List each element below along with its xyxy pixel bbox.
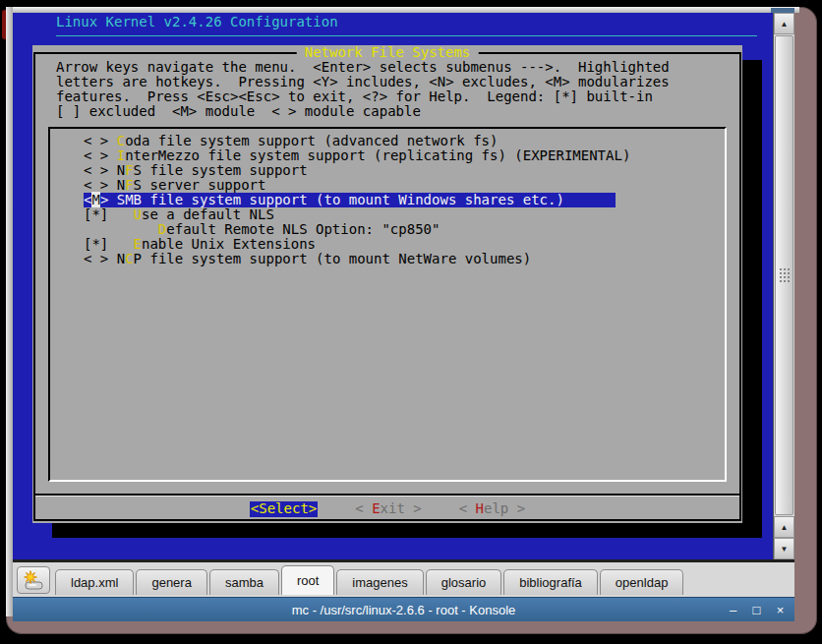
menu-item[interactable]: < > NCP file system support (to mount Ne… <box>84 252 725 266</box>
text-segment: [*] <box>84 236 134 252</box>
text-segment: S file system support <box>134 162 308 178</box>
menu-item[interactable]: < > NFS server support <box>84 178 725 193</box>
text-segment: P file system support (to mount NetWare … <box>134 251 532 266</box>
dialog-separator <box>35 494 739 496</box>
dialog-instructions: Arrow keys navigate the menu. <Enter> se… <box>56 60 670 119</box>
minimize-button[interactable]: – <box>727 604 739 616</box>
tab-ldap-xml[interactable]: ldap.xml <box>55 569 134 595</box>
window-title: mc - /usr/src/linux-2.6.6 - root - Konso… <box>292 603 516 617</box>
scrollbar[interactable]: ▲ ▲ ▼ <box>773 13 794 559</box>
tab-openldap[interactable]: openldap <box>600 569 684 595</box>
dialog-buttons: <Select>< Exit >< Help > <box>32 501 742 517</box>
text-segment: C <box>125 251 133 266</box>
backtitle: Linux Kernel v2.4.26 Configuration <box>56 15 338 29</box>
tab-imagenes[interactable]: imagenes <box>336 569 423 595</box>
text-segment: M <box>91 192 99 207</box>
menu-item[interactable]: [*] Enable Unix Extensions <box>84 237 725 252</box>
exit-button[interactable]: < Exit > <box>355 501 421 517</box>
help-button[interactable]: < Help > <box>459 501 525 517</box>
menuconfig-dialog: Network File Systems Arrow keys navigate… <box>32 45 742 523</box>
window-content: Linux Kernel v2.4.26 Configuration Netwo… <box>13 13 794 621</box>
menu-item[interactable]: < > InterMezzo file system support (repl… <box>84 148 725 163</box>
scroll-up-button-bottom[interactable]: ▲ <box>774 516 794 538</box>
menu-item-selected[interactable]: <M> SMB file system support (to mount Wi… <box>84 193 725 207</box>
up-arrow-icon: ▲ <box>781 20 789 29</box>
text-segment: elp <box>484 500 508 516</box>
scrollbar-track[interactable] <box>774 34 794 516</box>
dialog-title: Network File Systems <box>297 45 479 60</box>
text-segment: efault Remote NLS Option: "cp850" <box>166 221 440 237</box>
window-frame-left <box>6 7 13 616</box>
text-segment: E <box>134 236 142 252</box>
menu-item[interactable]: Default Remote NLS Option: "cp850" <box>84 222 725 237</box>
text-segment: nable Unix Extensions <box>142 236 316 252</box>
text-segment: U <box>134 206 142 222</box>
maximize-button[interactable]: □ <box>750 604 763 616</box>
text-segment: < > N <box>84 162 125 178</box>
menu-listbox: < > Coda file system support (advanced n… <box>48 127 727 482</box>
text-segment: [*] <box>84 206 134 222</box>
down-arrow-icon: ▼ <box>781 545 789 554</box>
instruction-line: [ ] excluded <M> module < > module capab… <box>56 104 670 119</box>
text-segment: E <box>372 500 380 516</box>
terminal-row: Linux Kernel v2.4.26 Configuration Netwo… <box>13 13 794 559</box>
scrollbar-grip <box>779 267 791 283</box>
menu-item[interactable]: [*] Use a default NLS <box>84 207 725 222</box>
text-segment: > <box>405 500 422 516</box>
text-segment: < > <box>84 147 117 163</box>
backtitle-underline <box>56 35 757 36</box>
scroll-up-button[interactable]: ▲ <box>774 13 794 34</box>
text-segment: S server support <box>134 177 266 193</box>
text-segment: F <box>125 162 133 178</box>
text-segment: < > N <box>84 177 125 193</box>
instruction-line: Arrow keys navigate the menu. <Enter> se… <box>56 60 670 75</box>
text-segment: I <box>117 147 125 163</box>
text-segment: C <box>117 133 125 148</box>
menu-item[interactable]: < > NFS file system support <box>84 163 725 178</box>
window-titlebar[interactable]: mc - /usr/src/linux-2.6.6 - root - Konso… <box>13 597 794 621</box>
text-segment: H <box>476 500 484 516</box>
text-segment: < > <box>84 133 117 148</box>
session-tabbar: ldap.xmlgenerasambarootimagenesglosariob… <box>13 559 794 597</box>
new-session-icon <box>21 570 46 590</box>
instruction-line: features. Press <Esc><Esc> to exit, <?> … <box>56 89 670 104</box>
close-button[interactable]: × <box>774 604 787 616</box>
selection-highlight: <M> SMB file system support (to mount Wi… <box>84 193 616 207</box>
text-segment: < <box>459 500 476 516</box>
text-segment <box>84 221 158 237</box>
instruction-line: letters are hotkeys. Pressing <Y> includ… <box>56 75 670 89</box>
new-session-button[interactable] <box>17 566 50 594</box>
tab-samba[interactable]: samba <box>209 569 279 595</box>
text-segment: > SMB file system support (to mount Wind… <box>100 192 564 207</box>
menu-list: < > Coda file system support (advanced n… <box>84 134 725 266</box>
scrollbar-thumb[interactable] <box>775 35 793 515</box>
terminal-screen[interactable]: Linux Kernel v2.4.26 Configuration Netwo… <box>13 13 773 559</box>
text-segment: F <box>125 177 133 193</box>
tab-bibliograf-a[interactable]: bibliografía <box>503 569 598 595</box>
text-segment: oda file system support (advanced networ… <box>125 133 498 148</box>
tab-list: ldap.xmlgenerasambarootimagenesglosariob… <box>55 565 685 595</box>
menu-item[interactable]: < > Coda file system support (advanced n… <box>84 134 725 148</box>
tab-genera[interactable]: genera <box>136 569 206 595</box>
text-segment: nterMezzo file system support (replicati… <box>125 147 630 163</box>
up-arrow-icon: ▲ <box>781 523 789 532</box>
window-controls: –□× <box>727 598 787 621</box>
text-segment: > <box>508 500 525 516</box>
text-segment: <Select> <box>251 500 317 516</box>
select-button[interactable]: <Select> <box>250 501 318 517</box>
text-segment: se a default NLS <box>142 206 274 222</box>
scroll-down-button[interactable]: ▼ <box>774 538 794 559</box>
text-segment: < > N <box>84 251 125 266</box>
konsole-window: Linux Kernel v2.4.26 Configuration Netwo… <box>6 7 817 634</box>
desktop: Linux Kernel v2.4.26 Configuration Netwo… <box>0 0 822 644</box>
tab-glosario[interactable]: glosario <box>426 569 502 595</box>
tab-root[interactable]: root <box>281 565 334 595</box>
text-segment: < <box>355 500 372 516</box>
text-segment: xit <box>381 500 405 516</box>
